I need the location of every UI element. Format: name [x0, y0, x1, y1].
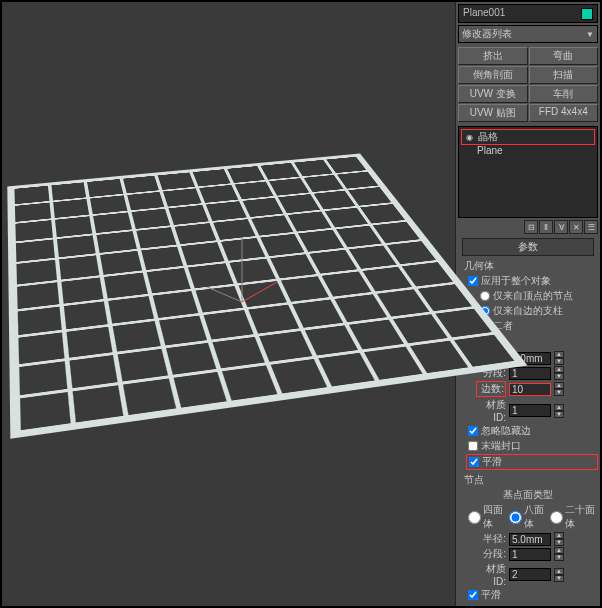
viewport[interactable] [2, 2, 455, 606]
spinner-down-icon[interactable]: ▼ [554, 389, 564, 396]
stack-item-label: 晶格 [478, 130, 498, 144]
spinner-down-icon[interactable]: ▼ [554, 358, 564, 365]
ignore-hidden-checkbox[interactable]: 忽略隐藏边 [468, 424, 598, 438]
object-name-field[interactable]: Plane001 [458, 4, 598, 23]
uvw-xform-button[interactable]: UVW 变换 [458, 85, 528, 103]
spinner-down-icon[interactable]: ▼ [554, 539, 564, 546]
bend-button[interactable]: 弯曲 [529, 47, 599, 65]
params-rollup-header[interactable]: 参数 [462, 238, 594, 256]
joint-segments-spinner[interactable]: 分段:1▲▼ [476, 547, 598, 561]
remove-modifier-button[interactable]: ✕ [569, 220, 583, 234]
visibility-icon[interactable]: ◉ [464, 132, 474, 142]
extrude-button[interactable]: 挤出 [458, 47, 528, 65]
spinner-up-icon[interactable]: ▲ [554, 382, 564, 389]
map-coords-section-label: 贴图坐标 [464, 605, 598, 606]
uvw-map-button[interactable]: UVW 贴图 [458, 104, 528, 122]
modifier-stack[interactable]: ◉ 晶格 Plane [458, 126, 598, 218]
spinner-down-icon[interactable]: ▼ [554, 411, 564, 418]
modifier-list-label: 修改器列表 [462, 27, 512, 41]
ffd-button[interactable]: FFD 4x4x4 [529, 104, 599, 122]
geometry-section-label: 几何体 [464, 259, 598, 273]
spinner-up-icon[interactable]: ▲ [554, 351, 564, 358]
plane-object[interactable] [11, 155, 521, 434]
end-caps-checkbox[interactable]: 末端封口 [468, 439, 598, 453]
tetra-radio[interactable]: 四面体 [468, 503, 507, 531]
dropdown-arrow-icon: ▼ [586, 30, 594, 39]
apply-whole-checkbox[interactable]: 应用于整个对象 [468, 274, 598, 288]
spinner-up-icon[interactable]: ▲ [554, 532, 564, 539]
icosa-radio[interactable]: 二十面体 [550, 503, 598, 531]
joint-radius-spinner[interactable]: 半径:5.0mm▲▼ [476, 532, 598, 546]
spinner-up-icon[interactable]: ▲ [554, 547, 564, 554]
spinner-down-icon[interactable]: ▼ [554, 554, 564, 561]
spinner-down-icon[interactable]: ▼ [554, 575, 564, 582]
object-name-text: Plane001 [463, 7, 505, 18]
only-vertex-radio[interactable]: 仅来自顶点的节点 [480, 289, 598, 303]
spinner-up-icon[interactable]: ▲ [554, 568, 564, 575]
params-scroll[interactable]: 参数 几何体 应用于整个对象 仅来自顶点的节点 仅来自边的支柱 二者 支柱 半径… [456, 236, 600, 606]
stack-item-label: Plane [477, 145, 503, 156]
strut-matid-spinner[interactable]: 材质 ID:1▲▼ [476, 398, 598, 423]
base-type-label: 基点面类型 [458, 488, 598, 502]
sweep-button[interactable]: 扫描 [529, 66, 599, 84]
octa-radio[interactable]: 八面体 [509, 503, 548, 531]
modifier-list-dropdown[interactable]: 修改器列表 ▼ [458, 25, 598, 43]
only-edge-radio[interactable]: 仅来自边的支柱 [480, 304, 598, 318]
show-end-result-button[interactable]: Ⅱ [539, 220, 553, 234]
make-unique-button[interactable]: ∀ [554, 220, 568, 234]
pin-stack-button[interactable]: ⊟ [524, 220, 538, 234]
smooth-checkbox[interactable]: 平滑 [466, 454, 598, 470]
stack-item-lattice[interactable]: ◉ 晶格 [461, 129, 595, 145]
spinner-down-icon[interactable]: ▼ [554, 373, 564, 380]
lathe-button[interactable]: 车削 [529, 85, 599, 103]
configure-sets-button[interactable]: ☰ [584, 220, 598, 234]
spinner-up-icon[interactable]: ▲ [554, 366, 564, 373]
joint-matid-spinner[interactable]: 材质 ID:2▲▼ [476, 562, 598, 587]
joints-section-label: 节点 [464, 473, 598, 487]
chamfer-button[interactable]: 倒角剖面 [458, 66, 528, 84]
stack-item-plane[interactable]: Plane [461, 145, 595, 156]
joint-smooth-checkbox[interactable]: 平滑 [468, 588, 598, 602]
object-color-swatch[interactable] [581, 8, 593, 20]
strut-sides-spinner[interactable]: 边数:10▲▼ [476, 381, 598, 397]
spinner-up-icon[interactable]: ▲ [554, 404, 564, 411]
